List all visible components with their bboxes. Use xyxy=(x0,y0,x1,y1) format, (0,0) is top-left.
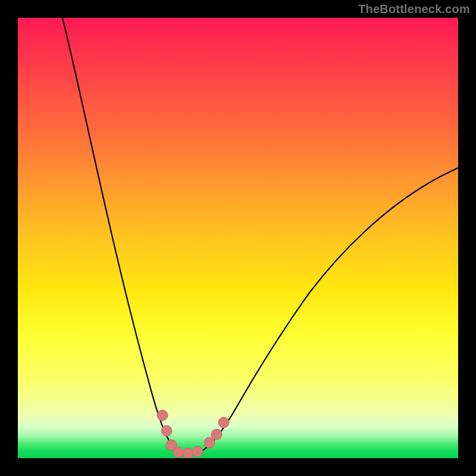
marker-dot xyxy=(183,448,193,458)
marker-dot xyxy=(218,417,229,428)
bottleneck-curve xyxy=(62,18,458,455)
marker-dot xyxy=(161,425,172,436)
marker-dot xyxy=(173,447,184,458)
watermark-label: TheBottleneck.com xyxy=(358,2,470,16)
marker-dot xyxy=(192,446,203,457)
bottleneck-curve-svg xyxy=(18,18,458,458)
marker-dot xyxy=(211,429,222,440)
marker-dot xyxy=(204,437,215,448)
plot-area xyxy=(18,18,458,458)
chart-frame: TheBottleneck.com xyxy=(0,0,476,476)
basin-markers xyxy=(157,410,229,458)
marker-dot xyxy=(157,410,168,421)
